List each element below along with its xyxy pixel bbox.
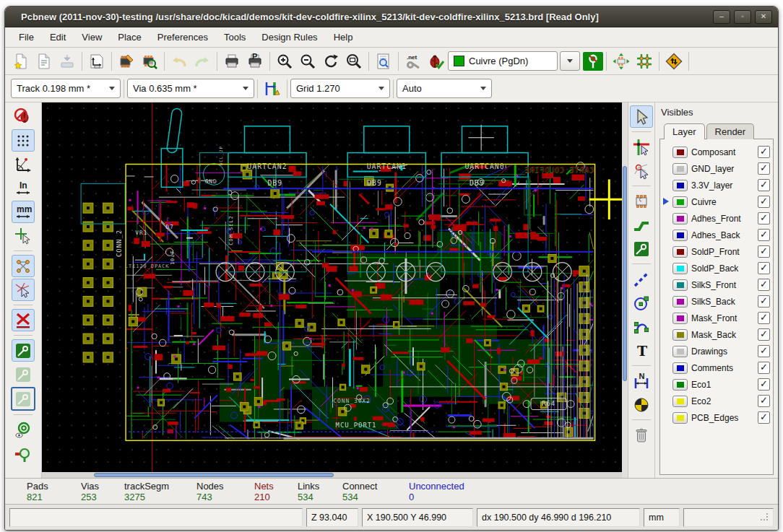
new-board-button[interactable] xyxy=(9,51,33,72)
layer-visibility-checkbox[interactable]: ✓ xyxy=(758,212,770,224)
layer-color-swatch[interactable] xyxy=(672,263,688,274)
layer-visibility-checkbox[interactable]: ✓ xyxy=(758,279,770,291)
layer-visibility-checkbox[interactable]: ✓ xyxy=(758,179,770,191)
layer-visibility-checkbox[interactable]: ✓ xyxy=(758,295,770,308)
units-inches-button[interactable]: In xyxy=(12,177,35,199)
add-dimension-button[interactable]: N xyxy=(630,370,653,392)
tracks-sketch-button[interactable] xyxy=(12,442,35,465)
layer-selector-dropdown-button[interactable] xyxy=(560,51,580,71)
layer-visibility-checkbox[interactable]: ✓ xyxy=(758,146,770,158)
find-button[interactable] xyxy=(372,51,395,72)
canvas-hscrollbar[interactable] xyxy=(42,472,622,478)
netlist-button[interactable]: .net xyxy=(402,51,425,72)
layer-color-swatch[interactable] xyxy=(672,147,688,158)
layer-color-swatch[interactable] xyxy=(672,230,688,241)
footprint-viewer-button[interactable] xyxy=(138,51,161,72)
menu-place[interactable]: Place xyxy=(110,29,150,45)
cursor-shape-button[interactable] xyxy=(12,224,35,247)
freeroute-button[interactable] xyxy=(662,51,685,72)
titlebar[interactable]: Pcbnew (2011-nov-30)-testing /usr/share/… xyxy=(5,6,778,27)
layer-color-swatch[interactable] xyxy=(672,362,688,374)
drc-off-button[interactable] xyxy=(12,105,35,128)
drc-button[interactable] xyxy=(425,51,448,72)
layer-color-swatch[interactable] xyxy=(672,346,688,357)
menu-tools[interactable]: Tools xyxy=(216,29,254,45)
zones-disable-button[interactable] xyxy=(12,363,35,385)
layer-selector[interactable]: Cuivre (PgDn) xyxy=(448,51,558,71)
page-settings-button[interactable] xyxy=(85,51,108,72)
menu-help[interactable]: Help xyxy=(326,29,361,45)
tab-render[interactable]: Render xyxy=(706,123,755,139)
layer-row-drawings[interactable]: Drawings✓ xyxy=(663,343,770,359)
module-ratsnest-button[interactable] xyxy=(12,279,35,301)
layer-visibility-checkbox[interactable]: ✓ xyxy=(758,262,770,274)
add-graphic-arc-button[interactable] xyxy=(630,315,653,338)
layer-row-adhes_back[interactable]: Adhes_Back✓ xyxy=(663,227,770,243)
layer-row-pcb_edges[interactable]: PCB_Edges✓ xyxy=(663,409,770,426)
menu-preferences[interactable]: Preferences xyxy=(150,29,216,45)
menu-file[interactable]: File xyxy=(11,29,42,45)
layer-color-swatch[interactable] xyxy=(672,180,688,191)
auto-track-width-button[interactable] xyxy=(261,78,284,100)
resize-grip[interactable] xyxy=(761,513,769,521)
layer-row-mask_front[interactable]: Mask_Front✓ xyxy=(663,310,770,326)
layer-color-swatch[interactable] xyxy=(672,163,688,175)
layer-visibility-checkbox[interactable]: ✓ xyxy=(758,378,770,391)
layer-color-swatch[interactable] xyxy=(672,296,688,308)
grid-toggle-button[interactable] xyxy=(12,129,35,152)
open-board-button[interactable] xyxy=(33,51,56,72)
add-text-button[interactable]: T xyxy=(630,339,653,362)
redo-button[interactable] xyxy=(191,51,214,72)
add-track-button[interactable] xyxy=(630,214,653,236)
layer-row-mask_back[interactable]: Mask_Back✓ xyxy=(663,326,770,343)
layer-row-adhes_front[interactable]: Adhes_Front✓ xyxy=(663,210,770,227)
add-target-button[interactable] xyxy=(630,393,653,416)
track-via-display-button[interactable] xyxy=(583,52,603,71)
add-footprint-button[interactable] xyxy=(630,190,653,212)
layer-row-comments[interactable]: Comments✓ xyxy=(663,359,770,376)
show-zones-button[interactable] xyxy=(12,339,35,362)
vscroll-thumb[interactable] xyxy=(623,166,627,381)
layer-color-swatch[interactable] xyxy=(672,279,688,291)
layer-visibility-checkbox[interactable]: ✓ xyxy=(758,312,770,324)
layer-color-swatch[interactable] xyxy=(672,313,688,324)
plot-button[interactable]: P xyxy=(243,51,267,72)
zoom-fit-button[interactable] xyxy=(342,51,365,72)
show-ratsnest-button[interactable] xyxy=(12,255,35,277)
move-footprint-button[interactable] xyxy=(610,51,633,72)
add-graphic-line-button[interactable] xyxy=(630,268,653,290)
canvas-vscrollbar[interactable] xyxy=(622,103,628,478)
units-mm-button[interactable]: mm xyxy=(12,201,35,223)
layer-row-cuivre[interactable]: Cuivre✓ xyxy=(663,193,770,210)
zoom-in-button[interactable] xyxy=(273,51,296,72)
layer-row-silks_back[interactable]: SilkS_Back✓ xyxy=(663,293,770,310)
menu-view[interactable]: View xyxy=(74,29,110,45)
zones-outline-button[interactable] xyxy=(11,387,35,411)
redraw-button[interactable] xyxy=(319,51,342,72)
highlight-net-button[interactable] xyxy=(630,136,653,158)
menu-design-rules[interactable]: Design Rules xyxy=(254,29,325,45)
vias-sketch-button[interactable] xyxy=(12,419,35,441)
print-button[interactable] xyxy=(220,51,243,72)
layer-visibility-checkbox[interactable]: ✓ xyxy=(758,229,770,241)
zoom-out-button[interactable] xyxy=(296,51,319,72)
layer-visibility-checkbox[interactable]: ✓ xyxy=(758,411,770,424)
layer-visibility-checkbox[interactable]: ✓ xyxy=(758,196,770,208)
layer-visibility-checkbox[interactable]: ✓ xyxy=(758,245,770,258)
layer-row-eco1[interactable]: Eco1✓ xyxy=(663,376,770,393)
layer-color-swatch[interactable] xyxy=(672,379,688,391)
layer-color-swatch[interactable] xyxy=(672,246,688,258)
maximize-button[interactable]: ▫ xyxy=(734,10,751,24)
add-graphic-circle-button[interactable] xyxy=(630,292,653,314)
layer-visibility-checkbox[interactable]: ✓ xyxy=(758,162,770,175)
layer-visibility-checkbox[interactable]: ✓ xyxy=(758,328,770,341)
local-ratsnest-button[interactable] xyxy=(630,160,653,182)
tab-layer[interactable]: Layer xyxy=(664,123,705,139)
grid-size-selector[interactable]: Grid 1.270 xyxy=(290,79,390,98)
pcb-canvas[interactable]: UARTCAN2UARTCAN1UARTCAN0DB9DB9DB9GNDCONN… xyxy=(42,103,622,478)
layer-row-composant[interactable]: Composant✓ xyxy=(663,144,770,160)
track-width-selector[interactable]: Track 0.198 mm * xyxy=(11,79,121,98)
delete-tool-button[interactable] xyxy=(630,424,653,446)
zoom-selector[interactable]: Auto xyxy=(397,79,492,98)
ratsnest-mode-button[interactable] xyxy=(633,51,656,72)
